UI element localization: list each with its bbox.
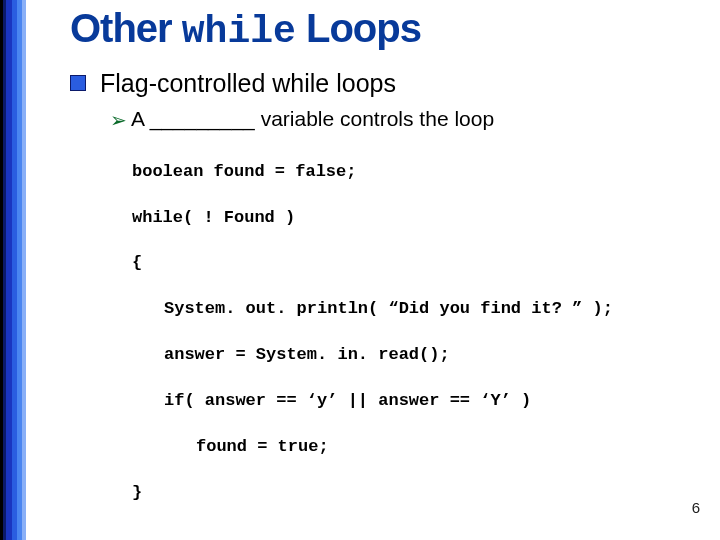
code-block: boolean found = false; while( ! Found ) … [132, 138, 710, 540]
title-mono: while [182, 10, 296, 53]
sub-bullet-1: ➢ A _________ variable controls the loop [110, 106, 710, 132]
page-number: 6 [692, 499, 700, 516]
slide-content: Other while Loops Flag-controlled while … [70, 6, 710, 540]
slide-left-border [0, 0, 26, 540]
bullet-item-1: Flag-controlled while loops [70, 67, 710, 100]
code-line: boolean found = false; [132, 161, 710, 184]
code-line: } [132, 482, 710, 505]
sub-1-text: A _________ variable controls the loop [131, 106, 494, 132]
slide-title: Other while Loops [70, 6, 710, 53]
code-line: while( ! Found ) [132, 207, 710, 230]
code-line: found = true; [132, 436, 710, 459]
code-line: System. out. println( “Did you find it? … [132, 298, 710, 321]
arrow-icon: ➢ [110, 108, 127, 132]
code-line: answer = System. in. read(); [132, 344, 710, 367]
code-line: if( answer == ‘y’ || answer == ‘Y’ ) [132, 390, 710, 413]
code-line: { [132, 252, 710, 275]
square-bullet-icon [70, 75, 86, 91]
bullet-1-text: Flag-controlled while loops [100, 67, 396, 100]
title-part2: Loops [296, 6, 421, 50]
title-part1: Other [70, 6, 182, 50]
